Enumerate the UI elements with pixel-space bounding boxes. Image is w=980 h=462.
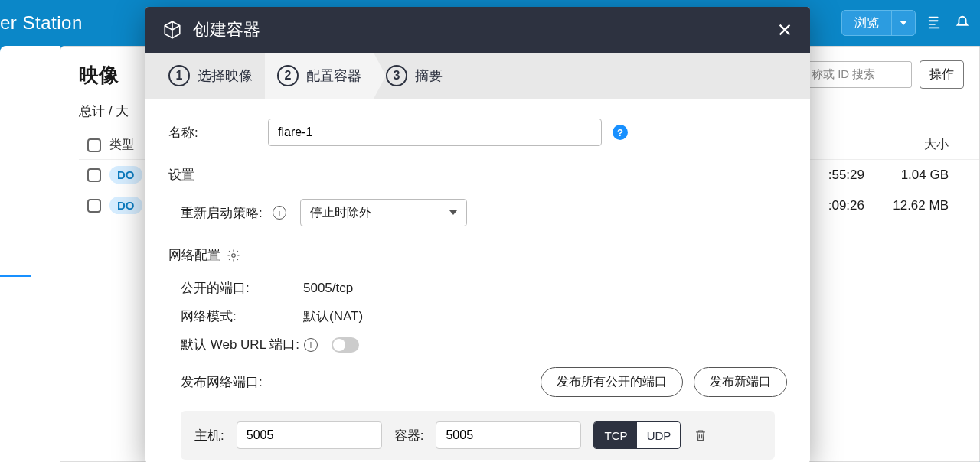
gear-icon[interactable] — [227, 249, 240, 262]
sidebar — [0, 46, 60, 462]
container-label: 容器: — [394, 427, 424, 444]
name-input[interactable] — [268, 119, 602, 146]
restart-value: 停止时除外 — [310, 205, 371, 221]
info-icon[interactable]: i — [273, 206, 286, 220]
close-icon[interactable] — [776, 21, 793, 38]
name-label: 名称: — [168, 124, 268, 142]
log-icon[interactable] — [926, 15, 943, 31]
col-size: 大小 — [887, 137, 979, 153]
type-badge: DO — [109, 197, 142, 214]
type-badge: DO — [109, 166, 142, 184]
row-checkbox[interactable] — [87, 199, 101, 213]
trash-icon[interactable] — [693, 427, 708, 444]
net-mode-value: 默认(NAT) — [303, 307, 363, 325]
net-mode-label: 网络模式: — [181, 307, 303, 325]
wizard-steps: 1选择映像 2配置容器 3摘要 — [145, 53, 810, 99]
port-mapping-row: 主机: 容器: TCP UDP — [181, 411, 775, 460]
row-size: 12.62 MB — [887, 198, 979, 213]
host-label: 主机: — [194, 427, 224, 444]
restart-label: 重新启动策略: — [181, 204, 268, 222]
chevron-down-icon — [900, 21, 907, 25]
tcp-segment[interactable]: TCP — [594, 422, 637, 448]
web-url-toggle[interactable] — [332, 337, 359, 353]
row-size: 1.04 GB — [887, 168, 979, 183]
container-port-input[interactable] — [436, 421, 581, 449]
select-all-checkbox[interactable] — [87, 138, 101, 152]
svg-point-0 — [232, 253, 236, 257]
protocol-segment: TCP UDP — [593, 421, 681, 449]
host-port-input[interactable] — [237, 421, 382, 449]
cube-icon — [162, 20, 182, 40]
settings-title: 设置 — [168, 166, 787, 184]
restart-policy-select[interactable]: 停止时除外 — [300, 199, 467, 226]
step-1[interactable]: 1选择映像 — [156, 53, 265, 99]
publish-all-button[interactable]: 发布所有公开的端口 — [541, 367, 683, 397]
open-port-label: 公开的端口: — [181, 279, 303, 297]
bell-icon[interactable] — [954, 15, 971, 31]
row-checkbox[interactable] — [87, 168, 101, 182]
publish-new-button[interactable]: 发布新端口 — [694, 367, 787, 397]
browse-label: 浏览 — [842, 15, 891, 31]
step-3[interactable]: 3摘要 — [374, 53, 455, 99]
create-container-modal: 创建容器 1选择映像 2配置容器 3摘要 名称: ? 设置 重新启动策略: i … — [145, 7, 810, 462]
step-2[interactable]: 2配置容器 — [265, 53, 374, 99]
network-title: 网络配置 — [168, 246, 787, 264]
browse-dropdown[interactable] — [891, 11, 915, 35]
publish-label: 发布网络端口: — [181, 373, 303, 391]
modal-title: 创建容器 — [193, 18, 766, 41]
operate-button[interactable]: 操作 — [920, 60, 964, 89]
info-icon[interactable]: i — [304, 338, 318, 352]
open-port-value: 5005/tcp — [303, 281, 353, 296]
udp-segment[interactable]: UDP — [637, 422, 680, 448]
app-title: er Station — [0, 12, 83, 34]
chevron-down-icon — [449, 210, 457, 215]
browse-button[interactable]: 浏览 — [841, 10, 916, 36]
help-icon[interactable]: ? — [612, 125, 628, 140]
web-url-label: 默认 Web URL 端口: — [181, 336, 299, 353]
